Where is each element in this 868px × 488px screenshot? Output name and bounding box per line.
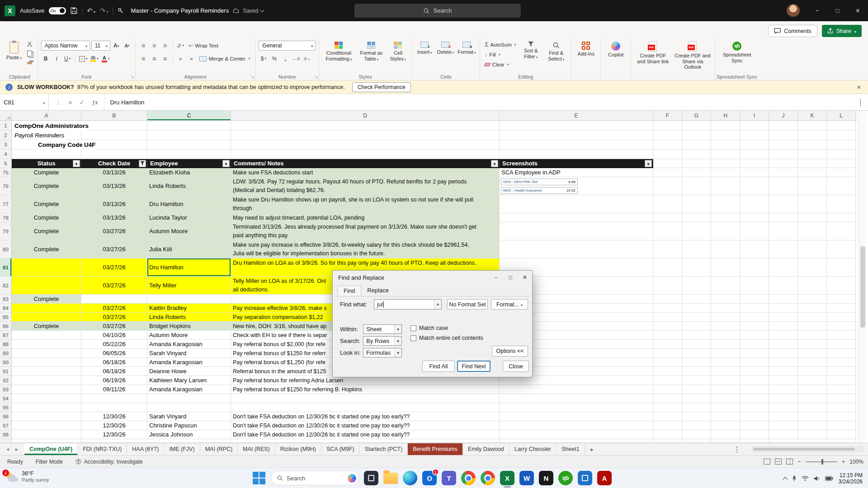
cell[interactable]	[740, 121, 769, 131]
cell[interactable]	[740, 421, 769, 430]
cell[interactable]	[827, 258, 856, 277]
cell[interactable]	[500, 150, 653, 159]
row-header-96[interactable]: 96	[0, 412, 12, 421]
cell-C89[interactable]: Sarah Vinyard	[147, 349, 231, 358]
avatar[interactable]	[787, 4, 800, 17]
cell[interactable]	[827, 240, 856, 258]
cell[interactable]	[769, 331, 798, 340]
cell[interactable]	[81, 439, 147, 443]
cell-A80[interactable]: Complete	[12, 240, 81, 258]
cell[interactable]	[12, 150, 81, 159]
cell[interactable]	[798, 222, 827, 240]
cell[interactable]	[711, 159, 740, 168]
close-warning-icon[interactable]	[857, 84, 861, 91]
cell[interactable]	[769, 421, 798, 430]
cell[interactable]	[798, 213, 827, 222]
row-header-1[interactable]: 1	[0, 121, 12, 131]
zoom-level[interactable]: 100%	[849, 459, 863, 465]
row-header-89[interactable]: 89	[0, 349, 12, 358]
row-header-86[interactable]: 86	[0, 322, 12, 331]
look-in-select[interactable]: Formulas	[363, 348, 402, 357]
wifi-icon[interactable]	[802, 476, 809, 481]
cell[interactable]	[711, 277, 740, 295]
cell[interactable]	[500, 140, 653, 150]
more-sheets-button[interactable]	[731, 443, 742, 455]
zoom-slider[interactable]	[806, 461, 837, 462]
close-button[interactable]	[848, 0, 868, 21]
cell[interactable]	[147, 121, 231, 131]
cell-A98[interactable]	[12, 430, 81, 439]
row-header-95[interactable]: 95	[0, 403, 12, 412]
conditional-formatting-button[interactable]: Conditional Formatting	[322, 40, 355, 72]
search-box[interactable]: Search	[354, 4, 521, 18]
cell[interactable]	[653, 367, 682, 376]
cell-E77[interactable]	[500, 195, 653, 213]
cell[interactable]	[798, 168, 827, 177]
cell[interactable]	[653, 277, 682, 295]
cell[interactable]	[653, 331, 682, 340]
cell-C78[interactable]: Lucinda Taylor	[147, 213, 231, 222]
name-box[interactable]: C81	[0, 94, 49, 110]
find-all-button[interactable]: Find All	[422, 361, 455, 372]
cell-A83[interactable]: Complete	[12, 295, 81, 304]
select-all-button[interactable]	[0, 111, 12, 120]
cell[interactable]	[798, 177, 827, 195]
cell[interactable]	[740, 131, 769, 140]
cell-A88[interactable]	[12, 340, 81, 349]
cell[interactable]	[740, 430, 769, 439]
cell[interactable]	[653, 412, 682, 421]
column-header-D[interactable]: D	[231, 111, 500, 120]
vertical-scrollbar[interactable]	[859, 111, 866, 443]
cell-C90[interactable]: Amanda Karagosian	[147, 358, 231, 367]
cell[interactable]	[740, 177, 769, 195]
screenshot-thumbnail-1[interactable]: DEN - DEN PRE-TAX6.86	[501, 178, 578, 185]
cell[interactable]	[769, 412, 798, 421]
cell[interactable]	[653, 376, 682, 385]
cell[interactable]	[653, 322, 682, 331]
new-sheet-button[interactable]	[585, 443, 599, 455]
sheet-tab-compone-u4f[interactable]: CompOne (U4F)	[24, 443, 78, 455]
cell[interactable]	[682, 313, 711, 322]
cell[interactable]	[653, 313, 682, 322]
cell-C98[interactable]: Jessica Johnson	[147, 430, 231, 439]
check-performance-button[interactable]: Check Performance	[352, 82, 411, 92]
row-header-84[interactable]: 84	[0, 304, 12, 313]
cell-C94[interactable]	[147, 394, 231, 403]
italic-button[interactable]	[52, 55, 61, 63]
fill-color-button[interactable]	[90, 55, 99, 63]
middle-align-button[interactable]	[150, 42, 159, 50]
cell[interactable]	[769, 277, 798, 295]
cell-D98[interactable]: Don't take FSA deduction on 12/30/26 bc …	[231, 430, 500, 439]
cell[interactable]	[682, 439, 711, 443]
row-header-93[interactable]: 93	[0, 385, 12, 394]
cell[interactable]	[798, 131, 827, 140]
cell-A86[interactable]: Complete	[12, 322, 81, 331]
cell[interactable]	[711, 340, 740, 349]
row-header-85[interactable]: 85	[0, 313, 12, 322]
cell[interactable]	[769, 304, 798, 313]
row-header-83[interactable]: 83	[0, 295, 12, 304]
cell[interactable]	[798, 403, 827, 412]
format-button[interactable]: Format...	[491, 299, 528, 310]
cell[interactable]	[798, 150, 827, 159]
cell[interactable]	[682, 394, 711, 403]
hidden-icons-chevron-icon[interactable]	[783, 477, 788, 482]
cell-C97[interactable]: Christine Papscun	[147, 421, 231, 430]
cell-B97[interactable]: 12/30/26	[81, 421, 147, 430]
cell[interactable]	[769, 358, 798, 367]
column-header-F[interactable]: F	[653, 111, 682, 120]
cell[interactable]	[231, 121, 500, 131]
cell[interactable]	[740, 439, 769, 443]
cell[interactable]	[769, 258, 798, 277]
cell[interactable]	[769, 240, 798, 258]
row-header-3[interactable]: 3	[0, 140, 12, 150]
find-select-button[interactable]: Find & Select	[544, 40, 568, 72]
row-header-79[interactable]: 79	[0, 222, 12, 240]
cell[interactable]	[682, 177, 711, 195]
cell-D76[interactable]: LDW: 3/5/26. Pay 72 regular hours. Payou…	[231, 177, 500, 195]
taskbar-app-word[interactable]: W	[519, 470, 534, 486]
cell[interactable]	[740, 322, 769, 331]
taskbar-app-acrobat[interactable]: A	[597, 470, 612, 486]
font-color-button[interactable]	[101, 55, 111, 63]
wrap-text-button[interactable]: Wrap Text	[187, 41, 220, 51]
